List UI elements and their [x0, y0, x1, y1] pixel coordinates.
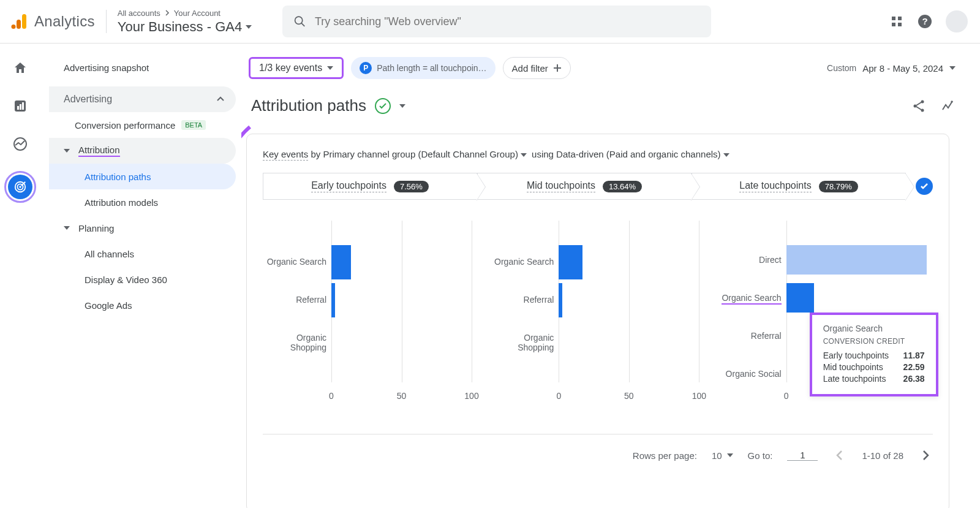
subhead-text-2: using Data-driven (Paid and organic chan… [529, 149, 721, 159]
pager-rows-select[interactable]: 10 [712, 450, 733, 461]
nav-rail [0, 44, 40, 508]
dimension-subhead[interactable]: Key events by Primary channel group (Def… [263, 149, 933, 159]
sidebar-advertising-label: Advertising [64, 94, 112, 105]
app-logo[interactable]: Analytics [6, 12, 95, 31]
advertising-nav-highlighted[interactable] [4, 171, 36, 203]
chevron-right-icon[interactable] [918, 448, 933, 463]
sidebar-attribution-paths[interactable]: Attribution paths [49, 164, 236, 189]
axis-tick: 0 [784, 391, 789, 401]
stage-early[interactable]: Early touchpoints7.56% [263, 173, 477, 200]
breadcrumb-account: Your Account [174, 9, 221, 18]
axis-tick: 50 [624, 391, 634, 401]
divider [106, 10, 107, 33]
chart-bar[interactable] [559, 283, 562, 317]
share-icon[interactable] [911, 99, 926, 113]
sidebar-attribution-models[interactable]: Attribution models [49, 189, 236, 215]
stage-late[interactable]: Late touchpoints78.79% [692, 173, 906, 200]
reports-icon[interactable] [12, 97, 29, 115]
explore-icon[interactable] [12, 135, 29, 153]
search-input[interactable] [315, 15, 700, 28]
chevron-down-icon [64, 226, 70, 230]
avatar[interactable] [946, 10, 968, 32]
main-content: 1/3 key events P Path length = all touch… [241, 44, 980, 508]
stage-label: Mid touchpoints [527, 180, 595, 192]
date-range-picker[interactable]: Custom Apr 8 - May 5, 2024 [827, 63, 956, 74]
sidebar: Advertising snapshot Advertising Convers… [40, 44, 241, 508]
add-filter-button[interactable]: Add filter [503, 57, 571, 79]
sidebar-item-label: Attribution [78, 145, 120, 157]
chevron-down-icon [246, 25, 252, 29]
tooltip-row-value: 11.87 [903, 351, 925, 360]
table-pager: Rows per page: 10 Go to: 1-10 of 28 [263, 434, 933, 463]
sidebar-conversion-performance[interactable]: Conversion performance BETA [49, 112, 236, 138]
tooltip-row-label: Mid touchpoints [823, 362, 883, 372]
chevron-left-icon[interactable] [832, 448, 847, 463]
sidebar-item-label: Planning [78, 223, 114, 233]
svg-line-4 [301, 23, 304, 26]
chart-bar[interactable] [786, 283, 815, 313]
breadcrumb-root: All accounts [118, 9, 160, 18]
property-selector[interactable]: All accounts Your Account Your Business … [118, 9, 252, 35]
chevron-down-icon [723, 153, 729, 157]
path-length-chip[interactable]: P Path length = all touchpoin… [351, 57, 495, 79]
search-icon [293, 15, 306, 28]
analytics-logo-icon [10, 12, 29, 31]
chart-category-label: Referral [492, 295, 554, 305]
metric-key-events: Key events [263, 149, 308, 161]
chart-category-label: Organic Shopping [492, 333, 554, 352]
stage-mid[interactable]: Mid touchpoints13.64% [477, 173, 692, 200]
chevron-down-icon [64, 149, 70, 153]
sidebar-planning[interactable]: Planning [49, 215, 236, 241]
chart-mid: 050100Organic SearchReferralOrganic Shop… [490, 221, 705, 404]
plus-icon [553, 64, 562, 72]
sidebar-display-video[interactable]: Display & Video 360 [49, 267, 236, 292]
chart-category-label: Organic Search [265, 257, 326, 267]
sidebar-advertising-section[interactable]: Advertising [49, 86, 236, 112]
chart-bar[interactable] [331, 245, 351, 279]
sidebar-attribution[interactable]: Attribution [49, 138, 236, 164]
pager-goto-input[interactable] [787, 450, 818, 461]
svg-rect-8 [898, 23, 902, 26]
chart-category-label: Referral [720, 331, 782, 341]
chart-bar[interactable] [331, 283, 335, 317]
breadcrumb: All accounts Your Account [118, 9, 252, 18]
svg-point-18 [19, 186, 21, 188]
attribution-card: Key events by Primary channel group (Def… [246, 134, 949, 508]
sidebar-all-channels[interactable]: All channels [49, 241, 236, 267]
help-icon[interactable]: ? [918, 14, 932, 29]
home-icon[interactable] [12, 59, 29, 77]
search-box[interactable] [282, 6, 711, 37]
status-ok-icon[interactable] [375, 98, 391, 114]
apps-icon[interactable] [889, 14, 904, 29]
path-length-label: Path length = all touchpoin… [377, 63, 486, 73]
tooltip-title: Organic Search [823, 324, 925, 333]
insights-icon[interactable] [941, 99, 956, 113]
svg-point-3 [295, 17, 303, 24]
axis-tick: 100 [692, 391, 706, 401]
page-title: Attribution paths [251, 96, 366, 115]
chart-bar[interactable] [786, 245, 927, 275]
axis-tick: 100 [464, 391, 478, 401]
chevron-down-icon[interactable] [399, 104, 405, 108]
subhead-text-1: by Primary channel group (Default Channe… [308, 149, 518, 159]
sidebar-snapshot[interactable]: Advertising snapshot [49, 55, 236, 80]
svg-rect-1 [17, 20, 21, 29]
pager-range: 1-10 of 28 [862, 450, 903, 461]
key-events-selector[interactable]: 1/3 key events [249, 57, 344, 79]
p-badge-icon: P [360, 62, 372, 74]
chart-category-label: Organic Shopping [265, 333, 326, 352]
stage-pct: 78.79% [819, 181, 858, 192]
chevron-down-icon [727, 453, 733, 457]
date-range-value: Apr 8 - May 5, 2024 [862, 63, 943, 74]
chart-category-label: Organic Search [492, 257, 554, 267]
sidebar-google-ads[interactable]: Google Ads [49, 292, 236, 318]
axis-tick: 0 [556, 391, 561, 401]
stage-pct: 7.56% [394, 181, 429, 192]
stage-label: Early touchpoints [311, 180, 386, 192]
svg-text:?: ? [922, 16, 927, 26]
chevron-down-icon [327, 66, 333, 70]
chart-bar[interactable] [559, 245, 582, 279]
beta-badge: BETA [181, 120, 206, 130]
chevron-down-icon [949, 66, 956, 70]
svg-rect-13 [20, 104, 21, 110]
